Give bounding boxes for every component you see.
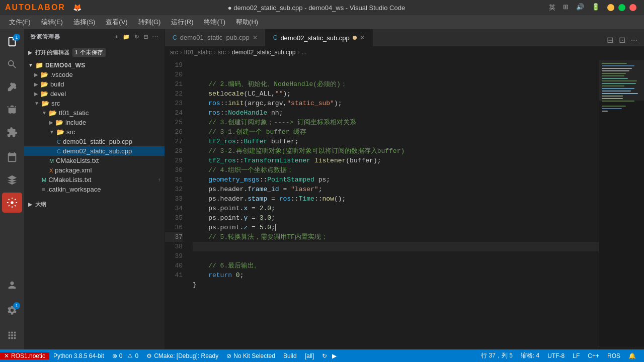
status-build[interactable]: Build xyxy=(279,352,301,359)
tab-icon-1: C xyxy=(173,34,177,41)
new-folder-icon[interactable]: 📁 xyxy=(123,34,130,40)
refresh-icon[interactable]: ↻ xyxy=(134,34,139,40)
warn-icon: ⚠ xyxy=(127,352,133,359)
breadcrumb-src2[interactable]: src xyxy=(218,49,226,56)
open-editors-label: 打开的编辑器 xyxy=(35,49,70,56)
status-line-ending[interactable]: LF xyxy=(569,352,584,359)
status-ros[interactable]: ROS xyxy=(603,352,624,359)
tab-demo01-pub[interactable]: C demo01_static_pub.cpp ✕ xyxy=(165,29,266,46)
tree-demo01-pub[interactable]: C demo01_static_pub.cpp xyxy=(24,137,165,146)
more-actions-icon[interactable]: ··· xyxy=(629,34,639,46)
open-editors-chevron: ▶ xyxy=(28,50,33,55)
status-encoding[interactable]: UTF-8 xyxy=(543,352,569,359)
tree-vscode[interactable]: ▶ 📂 .vscode xyxy=(24,70,165,79)
menu-terminal[interactable]: 终端(T) xyxy=(200,16,229,28)
tab-close-2[interactable]: ✕ xyxy=(360,34,365,41)
status-build-target[interactable]: [all] xyxy=(301,352,318,359)
close-button[interactable] xyxy=(629,4,636,11)
breadcrumb-symbol[interactable]: ... xyxy=(301,49,306,56)
status-error[interactable]: ✕ ROS1.noetic xyxy=(0,352,49,359)
collapse-icon[interactable]: ⊟ xyxy=(143,34,148,40)
menu-run[interactable]: 运行(R) xyxy=(167,16,197,28)
menu-goto[interactable]: 转到(G) xyxy=(134,16,165,28)
breadcrumb-sep2: › xyxy=(214,49,216,56)
activity-ros[interactable] xyxy=(2,193,22,213)
tab-close-1[interactable]: ✕ xyxy=(253,34,258,41)
status-spaces[interactable]: 缩格: 4 xyxy=(517,351,543,360)
svg-rect-12 xyxy=(602,90,631,92)
status-errors[interactable]: ⊗ 0 ⚠ 0 xyxy=(108,352,142,359)
status-position[interactable]: 行 37，列 5 xyxy=(477,351,517,360)
activity-apps[interactable] xyxy=(2,325,22,345)
split-editor-icon[interactable]: ⊟ xyxy=(605,34,615,46)
tree-include[interactable]: ▶ 📂 include xyxy=(24,118,165,127)
tree-package-xml[interactable]: X package.xml xyxy=(24,165,165,175)
breadcrumb-file[interactable]: demo02_static_sub.cpp xyxy=(232,49,296,56)
lang-icon[interactable]: 英 xyxy=(549,3,555,12)
more-actions-icon[interactable]: ··· xyxy=(152,34,158,40)
play-build-icon[interactable]: ▶ xyxy=(332,352,337,359)
folder-label: include xyxy=(65,119,86,126)
workspace-root[interactable]: ▼ 📁 DEMO04_WS xyxy=(24,60,165,70)
status-notifications[interactable]: 🔔 xyxy=(624,352,640,359)
outline-header[interactable]: ▶ 大纲 xyxy=(24,199,165,210)
activity-cmake[interactable] xyxy=(2,170,22,190)
refresh-build-icon[interactable]: ↻ xyxy=(322,352,327,359)
new-file-icon[interactable]: + xyxy=(115,34,118,40)
folder-label: build xyxy=(50,80,64,88)
menu-help[interactable]: 帮助(H) xyxy=(232,16,262,28)
tab-label-1: demo01_static_pub.cpp xyxy=(180,34,250,41)
title-bar-text: ● demo02_static_sub.cpp - demo04_ws - Vi… xyxy=(84,4,549,12)
status-build-actions: ↻ ▶ xyxy=(318,352,341,359)
folder-icon: 📂 xyxy=(49,109,57,117)
tree-cmakelist-main[interactable]: M CMakeLists.txt ↑ xyxy=(24,175,165,185)
status-language[interactable]: C++ xyxy=(584,352,603,359)
tree-cmakelist-inner[interactable]: M CMakeLists.txt xyxy=(24,156,165,165)
activity-extensions[interactable] xyxy=(2,122,22,142)
file-label: package.xml xyxy=(55,166,92,174)
menu-file[interactable]: 文件(F) xyxy=(5,16,35,28)
tree-src[interactable]: ▼ 📂 src xyxy=(24,99,165,108)
titlebar: AUTOLABOR 🦊 ● demo02_static_sub.cpp - de… xyxy=(0,0,644,15)
activity-settings[interactable]: 1 xyxy=(2,300,22,320)
status-kit[interactable]: ⊘ No Kit Selected xyxy=(222,352,279,359)
tree-tf01[interactable]: ▼ 📂 tf01_static xyxy=(24,108,165,118)
breadcrumb-tf01[interactable]: tf01_static xyxy=(184,49,212,56)
activity-debug[interactable] xyxy=(2,100,22,120)
workspace-icon: 📁 xyxy=(35,61,43,69)
sidebar-header: 资源管理器 + 📁 ↻ ⊟ ··· xyxy=(24,29,165,45)
activity-bar: 1 1 xyxy=(0,29,24,349)
activity-explorer[interactable]: 1 xyxy=(2,32,22,52)
folder-chevron: ▼ xyxy=(49,129,54,135)
kit-icon: ⊘ xyxy=(226,352,231,359)
status-python[interactable]: Python 3.8.5 64-bit xyxy=(49,352,108,359)
breadcrumb-src[interactable]: src xyxy=(170,49,178,56)
activity-git[interactable] xyxy=(2,77,22,97)
toggle-panel-icon[interactable]: ⊡ xyxy=(617,34,627,46)
breadcrumb-sep4: › xyxy=(297,49,299,56)
status-cmake[interactable]: ⚙ CMake: [Debug]: Ready xyxy=(142,352,222,359)
menu-view[interactable]: 查看(V) xyxy=(102,16,131,28)
activity-test[interactable] xyxy=(2,147,22,167)
svg-rect-6 xyxy=(602,75,624,76)
tab-demo02-sub[interactable]: C demo02_static_sub.cpp ✕ xyxy=(266,29,373,46)
maximize-button[interactable] xyxy=(618,4,625,11)
tree-src-inner[interactable]: ▼ 📂 src xyxy=(24,127,165,137)
code-editor[interactable]: 19 20 21 22 23 24 25 26 27 28 29 30 31 3… xyxy=(165,58,644,349)
code-content[interactable]: // 2.编码、初始化、NodeHandle(必须的)； setlocale(L… xyxy=(188,60,599,347)
menu-select[interactable]: 选择(S) xyxy=(69,16,99,28)
activity-account[interactable] xyxy=(2,275,22,295)
folder-chevron: ▶ xyxy=(34,91,38,97)
activity-search[interactable] xyxy=(2,54,22,74)
tree-build[interactable]: ▶ 📂 build xyxy=(24,79,165,89)
tree-catkin-ws[interactable]: ≡ .catkin_workspace xyxy=(24,185,165,194)
minimize-button[interactable] xyxy=(607,4,614,11)
tab-label-2: demo02_static_sub.cpp xyxy=(280,34,349,42)
tree-demo02-sub[interactable]: C demo02_static_sub.cpp xyxy=(24,146,165,156)
tree-devel[interactable]: ▶ 📂 devel xyxy=(24,89,165,99)
menu-edit[interactable]: 编辑(E) xyxy=(37,16,67,28)
statusbar-right: 行 37，列 5 缩格: 4 UTF-8 LF C++ ROS 🔔 xyxy=(477,351,640,360)
position-label: 行 37，列 5 xyxy=(481,351,513,360)
svg-rect-8 xyxy=(602,80,637,81)
open-editors-header[interactable]: ▶ 打开的编辑器 1 个未保存 xyxy=(24,47,165,58)
